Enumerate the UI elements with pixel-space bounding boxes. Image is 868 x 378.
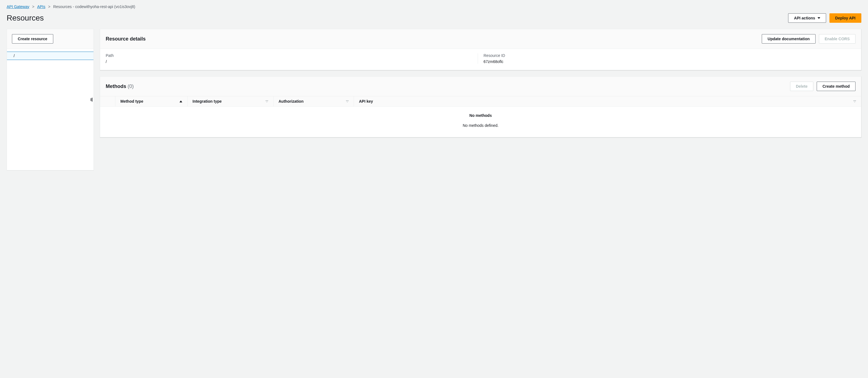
- methods-count: (0): [128, 84, 134, 89]
- sort-asc-icon: [180, 100, 182, 103]
- resource-id-label: Resource ID: [484, 53, 850, 58]
- column-authorization[interactable]: Authorization: [273, 96, 354, 106]
- chevron-right-icon: >: [32, 4, 34, 9]
- methods-header: Methods (0) Delete Create method: [100, 77, 861, 96]
- api-actions-button[interactable]: API actions: [788, 13, 826, 23]
- tree-item-root[interactable]: /: [7, 52, 93, 60]
- column-api-key-label: API key: [359, 99, 373, 104]
- page-title: Resources: [7, 13, 44, 23]
- resource-tree-panel: Create resource /: [7, 29, 94, 170]
- empty-subtitle: No methods defined.: [100, 123, 861, 128]
- splitter-handle[interactable]: [91, 98, 92, 101]
- breadcrumb-current: Resources - codewithyoha-rest-api (vo1is…: [53, 4, 135, 9]
- resource-tree-list: /: [7, 49, 93, 170]
- methods-table-header: Method type Integration type Authorizati…: [100, 96, 861, 107]
- methods-title: Methods (0): [106, 84, 134, 89]
- create-resource-button[interactable]: Create resource: [12, 34, 53, 43]
- resource-details-header: Resource details Update documentation En…: [100, 29, 861, 49]
- content-row: Create resource / Resource details Updat…: [7, 29, 861, 170]
- path-label: Path: [106, 53, 472, 58]
- detail-resource-id: Resource ID 67zm68oflc: [478, 53, 856, 64]
- breadcrumb-api-gateway[interactable]: API Gateway: [7, 4, 29, 9]
- update-documentation-button[interactable]: Update documentation: [762, 34, 815, 43]
- api-actions-label: API actions: [794, 16, 815, 20]
- column-method-type[interactable]: Method type: [115, 96, 187, 106]
- resource-details-panel: Resource details Update documentation En…: [100, 29, 861, 70]
- caret-down-icon: [817, 17, 820, 19]
- sort-icon: [346, 100, 349, 103]
- resource-details-title: Resource details: [106, 36, 146, 42]
- column-api-key[interactable]: API key: [354, 96, 861, 106]
- breadcrumb: API Gateway > APIs > Resources - codewit…: [7, 3, 861, 13]
- resource-details-body: Path / Resource ID 67zm68oflc: [100, 49, 861, 70]
- sort-icon: [266, 100, 268, 103]
- column-integration-type[interactable]: Integration type: [187, 96, 273, 106]
- detail-path: Path /: [106, 53, 478, 64]
- chevron-right-icon: >: [48, 4, 50, 9]
- methods-title-text: Methods: [106, 84, 126, 89]
- column-method-type-label: Method type: [120, 99, 143, 104]
- methods-panel: Methods (0) Delete Create method Method …: [100, 76, 861, 137]
- path-value: /: [106, 59, 472, 64]
- methods-table: Method type Integration type Authorizati…: [100, 96, 861, 137]
- sort-icon: [853, 100, 856, 103]
- resource-details-actions: Update documentation Enable CORS: [762, 34, 856, 43]
- create-method-button[interactable]: Create method: [817, 82, 856, 91]
- column-authorization-label: Authorization: [279, 99, 304, 104]
- breadcrumb-apis[interactable]: APIs: [37, 4, 45, 9]
- page-header: Resources API actions Deploy API: [7, 13, 861, 23]
- header-actions: API actions Deploy API: [788, 13, 861, 23]
- right-column: Resource details Update documentation En…: [100, 29, 861, 170]
- methods-actions: Delete Create method: [790, 82, 856, 91]
- deploy-api-button[interactable]: Deploy API: [830, 13, 861, 23]
- delete-method-button: Delete: [790, 82, 813, 91]
- select-all-column: [100, 98, 115, 104]
- empty-title: No methods: [100, 113, 861, 118]
- methods-empty-state: No methods No methods defined.: [100, 107, 861, 137]
- tree-toolbar: Create resource: [7, 29, 93, 49]
- resource-id-value: 67zm68oflc: [484, 59, 850, 64]
- enable-cors-button: Enable CORS: [819, 34, 856, 43]
- column-integration-type-label: Integration type: [192, 99, 222, 104]
